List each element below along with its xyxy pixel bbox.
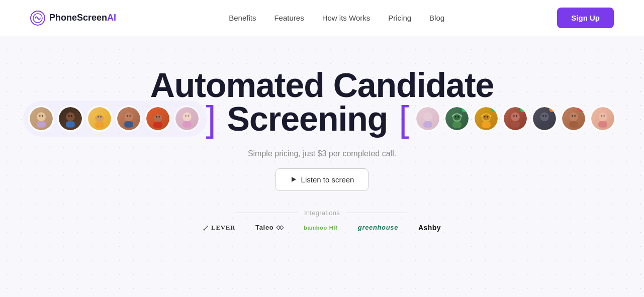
hero-title-screening: Screening [207,99,408,138]
avatar-right-2: 95 [473,106,499,132]
score-badge-32: 32 [578,106,587,113]
svg-point-6 [42,115,43,117]
avatar-right-0 [415,106,441,132]
nav-pricing[interactable]: Pricing [388,14,411,22]
svg-rect-55 [570,121,579,127]
cta-label: Listen to screen [301,175,354,184]
svg-point-63 [604,115,605,117]
score-badge-41: 41 [549,106,558,113]
integrations-label-wrap: Integrations [236,209,407,217]
integrations-section: Integrations LEVER Taleo bambooHR greenh… [203,209,441,232]
score-badge-84: 84 [520,106,528,113]
avatar-left-4 [116,106,142,132]
logo-icon [30,11,45,26]
logo[interactable]: PhoneScreenAI [30,11,116,26]
avatar-face [30,107,53,130]
logo-text: PhoneScreenAI [49,13,116,23]
svg-point-25 [156,116,157,118]
avatar-face [591,107,614,130]
integrations-label: Integrations [304,209,340,217]
svg-point-21 [129,115,131,117]
svg-point-37 [455,116,456,118]
nav-how-it-works[interactable]: How its Works [322,14,371,22]
svg-rect-28 [182,121,192,127]
svg-point-38 [458,116,459,118]
signup-button[interactable]: Sign Up [557,8,614,28]
candidate-row: Screening 72 95 [0,99,644,138]
hero-subtitle: Simple pricing, just $3 per completed ca… [248,149,396,158]
score-badge-95: 95 [491,106,499,113]
svg-point-30 [185,115,187,117]
integration-logos: LEVER Taleo bambooHR greenhouse Ashby [203,224,441,232]
svg-rect-8 [66,121,75,127]
avatar-left-5 [145,106,171,132]
svg-point-15 [98,116,99,118]
cta-button[interactable]: Listen to screen [275,168,369,191]
avatar-right-4: 41 [531,106,558,132]
main-nav: Benefits Features How its Works Pricing … [229,14,444,22]
svg-point-56 [570,112,577,119]
hero-title-text1: Automated Candidate [150,66,494,104]
svg-point-65 [204,229,205,230]
logo-greenhouse: greenhouse [358,224,398,231]
logo-accent: AI [107,13,116,23]
svg-point-11 [71,115,72,117]
hero-title-line1: Automated Candidate [150,66,494,104]
svg-point-10 [68,115,70,117]
svg-point-9 [67,112,74,119]
svg-point-52 [542,115,544,117]
score-badge-72: 72 [462,106,470,113]
nav-features[interactable]: Features [274,14,304,22]
avatars-right: 72 95 84 41 [408,101,621,137]
avatar-face [416,107,439,130]
avatar-right-6 [590,106,616,132]
svg-point-48 [516,115,518,117]
logo-plain: PhoneScreen [49,13,107,23]
avatars-left [23,101,207,137]
svg-point-20 [127,115,128,117]
taleo-icon [275,225,284,231]
svg-point-43 [487,116,489,118]
svg-point-5 [39,115,41,117]
avatar-left-1 [28,106,54,132]
svg-point-29 [183,112,191,119]
svg-point-46 [512,112,519,119]
svg-marker-64 [292,177,296,182]
logo-bamboohr: bambooHR [304,225,337,231]
nav-benefits[interactable]: Benefits [229,14,256,22]
header: PhoneScreenAI Benefits Features How its … [0,0,644,36]
avatar-left-3 [86,106,113,132]
svg-rect-23 [153,122,162,128]
avatar-right-5: 32 [561,106,587,132]
lever-icon [203,225,209,231]
svg-point-57 [572,115,573,117]
nav-blog[interactable]: Blog [429,14,444,22]
avatar-right-1: 72 [444,106,470,132]
avatar-right-3: 84 [502,106,528,132]
avatar-face [88,107,111,130]
avatar-face [146,107,169,130]
svg-point-61 [599,112,606,119]
svg-rect-3 [37,121,46,127]
svg-rect-13 [95,122,104,128]
svg-rect-33 [424,121,433,127]
svg-point-4 [38,112,45,119]
logo-taleo: Taleo [255,224,284,231]
svg-point-53 [545,115,547,117]
svg-rect-40 [482,122,491,128]
logo-ashby: Ashby [418,224,441,232]
svg-rect-45 [511,121,520,127]
svg-point-47 [513,115,515,117]
avatar-left-6 [174,106,200,132]
avatar-face [117,107,140,130]
svg-point-32 [424,112,433,121]
svg-point-16 [100,116,102,118]
svg-rect-35 [453,122,462,128]
svg-point-62 [601,115,602,117]
svg-point-58 [575,115,576,117]
hero-section: Automated Candidate [0,36,644,232]
logo-lever: LEVER [203,224,235,232]
svg-point-31 [188,115,189,117]
play-icon [290,176,297,183]
avatar-face [59,107,82,130]
